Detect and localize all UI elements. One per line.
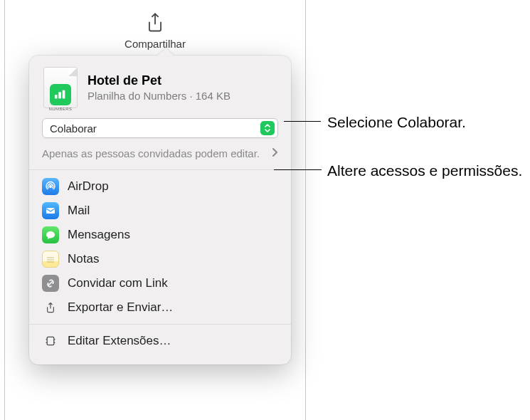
- chevron-up-down-icon: [260, 121, 275, 135]
- document-info: Hotel de Pet Planilha do Numbers · 164 K…: [88, 73, 230, 102]
- messages-icon: [42, 226, 59, 243]
- svg-rect-0: [55, 95, 58, 98]
- share-option-messages[interactable]: Mensagens: [29, 223, 291, 247]
- share-option-notes[interactable]: Notas: [29, 247, 291, 271]
- svg-rect-2: [63, 90, 65, 99]
- callout-permissions: Altere acessos e permissões.: [327, 161, 522, 181]
- notes-icon: [42, 251, 59, 268]
- edit-extensions-label: Editar Extensões…: [68, 334, 171, 348]
- toolbar: Compartilhar: [5, 0, 305, 54]
- collaborate-mode-select[interactable]: Colaborar: [42, 118, 278, 138]
- permission-settings-row[interactable]: Apenas as pessoas convidadas podem edita…: [29, 142, 291, 169]
- callout-collaborate: Selecione Colaborar.: [327, 112, 466, 132]
- share-label: Compartilhar: [124, 38, 186, 50]
- document-subtitle: Planilha do Numbers · 164 KB: [88, 90, 230, 102]
- link-icon: [42, 275, 59, 292]
- document-icon: NUMBERS: [43, 67, 78, 108]
- mail-icon: [42, 202, 59, 219]
- svg-point-3: [49, 185, 52, 188]
- share-options-list: AirDrop Mail Mensagens Notas: [29, 170, 291, 324]
- numbers-app-icon: [50, 84, 71, 105]
- export-icon: [42, 299, 59, 316]
- collaborate-mode-label: Colaborar: [50, 122, 97, 135]
- popover-header: NUMBERS Hotel de Pet Planilha do Numbers…: [29, 64, 291, 118]
- chevron-right-icon: [272, 147, 278, 160]
- svg-rect-4: [46, 208, 55, 214]
- callout-line: [274, 169, 322, 170]
- share-option-label: AirDrop: [68, 179, 109, 194]
- share-option-label: Notas: [68, 252, 99, 266]
- document-app-label: NUMBERS: [49, 107, 73, 111]
- window-frame: Compartilhar NUMBERS Hotel de Pet Planil…: [4, 0, 306, 420]
- share-icon: [145, 12, 165, 36]
- document-title: Hotel de Pet: [88, 73, 230, 88]
- share-option-mail[interactable]: Mail: [29, 199, 291, 223]
- share-option-airdrop[interactable]: AirDrop: [29, 174, 291, 199]
- callout-line: [284, 121, 321, 122]
- edit-extensions-row[interactable]: Editar Extensões…: [29, 329, 291, 353]
- airdrop-icon: [42, 178, 59, 195]
- extensions-section: Editar Extensões…: [29, 325, 291, 357]
- share-popover: NUMBERS Hotel de Pet Planilha do Numbers…: [29, 56, 291, 364]
- extensions-icon: [42, 332, 59, 350]
- share-option-export-send[interactable]: Exportar e Enviar…: [29, 295, 291, 320]
- permission-description: Apenas as pessoas convidadas podem edita…: [42, 147, 260, 161]
- annotation-callouts: Selecione Colaborar. Altere acessos e pe…: [292, 0, 530, 420]
- share-option-invite-link[interactable]: Convidar com Link: [29, 271, 291, 295]
- share-option-label: Exportar e Enviar…: [68, 300, 173, 315]
- share-option-label: Convidar com Link: [68, 276, 168, 290]
- share-option-label: Mensagens: [68, 228, 130, 242]
- share-option-label: Mail: [68, 204, 90, 218]
- share-button[interactable]: Compartilhar: [124, 12, 186, 50]
- svg-rect-1: [58, 92, 61, 98]
